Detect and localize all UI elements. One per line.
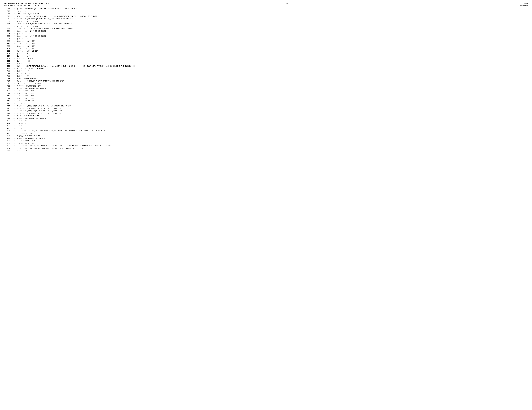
row-num2: 73 xyxy=(11,50,17,53)
row-text: Е16-4(=6)' 1у* xyxy=(17,55,528,57)
row-num2: 89 xyxy=(11,90,17,92)
row-num1: 405 xyxy=(4,82,11,85)
row-text: Ц1с-302-3' 8' ' МОНТАЖ* xyxy=(17,20,528,23)
row-num1: 415 xyxy=(4,107,11,110)
row-num1: 401 xyxy=(4,73,11,75)
row-text: Е9-122' 0,232.2' ' МОНТАЖ* xyxy=(17,82,528,85)
row-text: С159-3533 ЭКСТРАПОЛ(А1.0,9)(А1.0,95)(А1.… xyxy=(17,65,528,67)
row-text: Р БЫТОВАЯ КАНАЛИЗАЦИЯ** xyxy=(17,115,528,117)
table-row: 40384П МЕТАЛЛОКОНСТРУКЦИИ** xyxy=(4,78,528,80)
table-row: 432113Е16-188' 10* xyxy=(4,150,528,152)
row-text: С130-88(=13)' 1' ' ТО ЖЕ Д32ММ* xyxy=(17,35,528,37)
row-num1: 388 xyxy=(4,40,11,43)
program-title: ПРОГРАММНЫЙ КОМПЛЕКС АВС-3ЕС ( РЕДАКЦИЯ … xyxy=(4,3,49,4)
table-row: 39879С159-3533 ЭКСТРАПОЛ(А1.0,9)(А1.0,95… xyxy=(4,65,528,67)
row-text: LТ130-с028 ДУП1(=21)' 2' 1,73' ТО ЖЕ Д25… xyxy=(17,110,528,112)
row-text: ЕТ16-271(=3)' 30' 5,95#0,77#0,05#0,02#5,… xyxy=(17,145,528,147)
row-num1: 432 xyxy=(4,150,11,152)
row-text: Е16-42(16802)' 53* xyxy=(17,92,528,95)
row-text: Ц1с-807-2' 1* xyxy=(17,38,528,40)
row-text: Т2307-10746(=15)(Н9=1,096)' 4' 3,9' КЛАП… xyxy=(17,23,528,25)
row-text: Ц12-698-10' 1* xyxy=(17,73,528,75)
row-num2: 74 xyxy=(11,53,17,55)
table-row: 39677Е16-30(=6)' 90* xyxy=(4,60,528,63)
table-row: 429110Е16-34(16801Г)' 43* xyxy=(4,142,528,145)
table-row: 39475Е16-4(=6)' 1у* xyxy=(4,55,528,57)
row-num2: 102 xyxy=(11,122,17,125)
table-row: 41192Е16-44(16802)' 25* xyxy=(4,98,528,100)
row-num1: 425 xyxy=(4,132,11,135)
row-text: Е17-37' 3* xyxy=(17,125,528,127)
row-num1: 377 xyxy=(4,13,11,15)
row-num2: 95 xyxy=(11,105,17,107)
row-text: Ц12-696-1' 4* xyxy=(17,70,528,72)
row-num2: 113 xyxy=(11,150,17,152)
row-text: СТ13у-с027 ДУП1(=21)' 1' 1,24' ТО ЖЕ Д20… xyxy=(17,107,528,110)
table-row: 38970С130-1535(=13)' 65* xyxy=(4,43,528,45)
row-num2: 68 xyxy=(11,38,17,40)
row-num2: 107 xyxy=(11,135,17,137)
row-num1: 385 xyxy=(4,33,11,35)
row-num1: 423 xyxy=(4,127,11,130)
row-num1: 378 xyxy=(4,15,11,18)
doc-id: 3608 xyxy=(524,3,528,4)
row-text: С130-1535(=13)' 65* xyxy=(17,43,528,45)
row-num2: 92 xyxy=(11,98,17,100)
row-text: Е17-57' 2* xyxy=(17,127,528,130)
table-row: 40081Ц12-696-1' 4* xyxy=(4,70,528,72)
row-num1: 429 xyxy=(4,142,11,145)
table-row: 39273С130-1539(=13)' 15+50* xyxy=(4,50,528,53)
row-text: П МЕТАЛЛОКОНСТРУКЦИИ** xyxy=(17,78,528,80)
row-num2: 97 xyxy=(11,110,17,112)
table-row: 377581906-16006' 1,3' ' ' М* xyxy=(4,13,528,15)
row-text: Е16-23(=6)' 0,02* xyxy=(17,58,528,60)
row-text: Е16-30(=6)' 90* xyxy=(17,60,528,63)
row-text: Ц12-803-2' 4' ' МОНТАЖ* xyxy=(17,25,528,28)
table-row: 420101Е16-33' 30* xyxy=(4,120,528,122)
table-row: 38162Т2307-10746(=15)(Н9=1,096)' 4' 3,9'… xyxy=(4,23,528,25)
row-num2: 91 xyxy=(11,95,17,97)
row-num2: 80 xyxy=(11,67,17,70)
table-row: 427108П САНИТАРНОТЕХНИЧЕСКИЕ РАБОТЫ** xyxy=(4,137,528,140)
row-num1: 402 xyxy=(4,75,11,77)
row-text: Ц12-807-1' 17* xyxy=(17,33,528,35)
row-text: ЕТ16-269(=3)' 50' 3,45#0,76#0,05#0,02#2,… xyxy=(17,147,528,150)
table-row: 419100П САНИТАРНО-ТЕХНИЧЕСКИЕ РАБОТЫ** xyxy=(4,117,528,120)
row-num1: 391 xyxy=(4,48,11,50)
row-num2: 103 xyxy=(11,125,17,127)
row-num2: 67 xyxy=(11,35,17,37)
table-row: 40485С1с1-2115' 0,232,2' ' БАКИ ПРЯМОУГО… xyxy=(4,80,528,82)
table-row: 41596СТ13у-с027 ДУП1(=21)' 1' 1,24' ТО Ж… xyxy=(4,107,528,110)
row-text: Е16-31(=6)' 3* xyxy=(17,63,528,65)
row-num2: 84 xyxy=(11,78,17,80)
row-text: П САНИТАРНО-ТЕХНИЧЕСКИЕ РАБОТЫ** xyxy=(17,117,528,120)
table-row: 39980Ц12-6-8(75)' 0,05' ' МОНТАЖ* xyxy=(4,67,528,70)
table-row: 422103Е17-37' 3* xyxy=(4,125,528,127)
table-row: 41899Р БЫТОВАЯ КАНАЛИЗАЦИЯ** xyxy=(4,115,528,117)
row-text: 1906-16006' 1,3' ' ' М* xyxy=(17,13,528,15)
row-text: С130-1534(=13)' 55* xyxy=(17,40,528,43)
table-row: 40182Ц12-698-10' 1* xyxy=(4,73,528,75)
row-num2: 63 xyxy=(11,25,17,28)
doc-number: 22699-29 xyxy=(520,4,528,6)
table-row: 41697LТ130-с028 ДУП1(=21)' 2' 1,73' ТО Ж… xyxy=(4,110,528,112)
row-num2: 108 xyxy=(11,137,17,140)
row-num1: 398 xyxy=(4,65,11,67)
table-row: 424105Е17-104(=5)' 4' 10,8#0,03#0,04#0,0… xyxy=(4,130,528,132)
row-text: ЦТ3-у-о11(=6)(А1.1,05)(Р1.1,05)' 0,04' 2… xyxy=(17,15,528,18)
row-text: Ц12-6-8(75)' 0,05' ' МОНТАЖ* xyxy=(17,67,528,70)
row-num1: 419 xyxy=(4,117,11,120)
row-num2: 90 xyxy=(11,92,17,95)
row-num1: 389 xyxy=(4,43,11,45)
row-num2: 87 xyxy=(11,85,17,87)
row-text: СТ13у-с029 ДУП1(=21)' 1' 2,22' ТО ЖЕ Д32… xyxy=(17,112,528,115)
table-row: 41798СТ13у-с029 ДУП1(=21)' 1' 2,22' ТО Ж… xyxy=(4,112,528,115)
row-num2: 64 xyxy=(11,28,17,30)
row-text: С130-1539(=13)' 15+50* xyxy=(17,50,528,53)
header-line2: 903 - 1-250. 37 А4. 24, кж. 3, к. 1 2269… xyxy=(4,4,528,6)
table-row: 431112ЕТ16-269(=3)' 50' 3,45#0,76#0,05#0… xyxy=(4,147,528,150)
table-row: 40889Е16-41(16802)' 35* xyxy=(4,90,528,92)
row-text: 19у6-16002' 1* xyxy=(17,10,528,13)
row-num2: 82 xyxy=(11,73,17,75)
row-text: Р ДОЖДЕВАЯ КАНАЛИЗАЦИЯ** xyxy=(17,135,528,137)
